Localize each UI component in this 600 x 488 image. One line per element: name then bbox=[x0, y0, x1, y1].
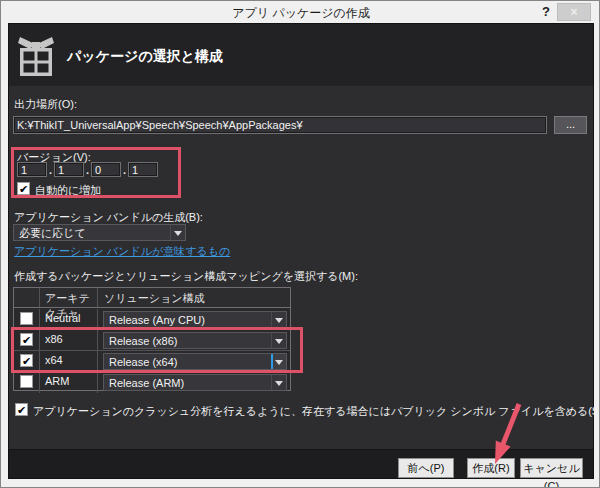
auto-increment-label: 自動的に増加 bbox=[35, 183, 101, 198]
arm-config-select[interactable]: Release (ARM) bbox=[103, 374, 287, 391]
architecture-cell: ARM bbox=[40, 372, 98, 393]
config-value: Release (ARM) bbox=[109, 377, 184, 389]
x64-config-select[interactable]: Release (x64) bbox=[103, 353, 287, 370]
version-revision-input[interactable] bbox=[128, 162, 158, 177]
create-app-packages-dialog: アプリ パッケージの作成 ? × パッケージの選択と構成 出力場所(O): ..… bbox=[0, 0, 600, 488]
arm-checkbox[interactable] bbox=[20, 375, 33, 388]
version-dot: . bbox=[123, 164, 126, 176]
version-minor-input[interactable] bbox=[54, 162, 84, 177]
table-header-row: アーキテクチャ ソリューション構成 bbox=[14, 288, 290, 308]
bundle-meaning-link[interactable]: アプリケーション バンドルが意味するもの bbox=[14, 244, 230, 259]
chevron-down-icon bbox=[271, 312, 286, 327]
bundle-generation-select[interactable]: 必要に応じて bbox=[13, 224, 186, 241]
header-architecture: アーキテクチャ bbox=[40, 288, 98, 307]
table-row-arm: ARM Release (ARM) bbox=[14, 372, 290, 393]
window-title: アプリ パッケージの作成 bbox=[1, 5, 600, 22]
chevron-down-icon bbox=[271, 354, 286, 369]
include-symbols-label: アプリケーションのクラッシュ分析を行えるように、存在する場合にはパブリック シン… bbox=[33, 404, 600, 419]
x86-checkbox[interactable]: ✔ bbox=[20, 333, 33, 346]
header-configuration: ソリューション構成 bbox=[98, 288, 290, 307]
config-value: Release (x64) bbox=[109, 356, 177, 368]
x86-config-select[interactable]: Release (x86) bbox=[103, 332, 287, 349]
gift-package-icon bbox=[17, 35, 55, 77]
create-button[interactable]: 作成(R) bbox=[467, 458, 515, 478]
header-checkbox-column bbox=[14, 288, 40, 307]
bundle-generation-label: アプリケーション バンドルの生成(B): bbox=[14, 210, 203, 225]
architecture-cell: x86 bbox=[40, 330, 98, 350]
table-row-neutral: Neutral Release (Any CPU) bbox=[14, 309, 290, 330]
package-mapping-table: アーキテクチャ ソリューション構成 Neutral Release (Any C… bbox=[13, 287, 291, 391]
table-row-x86: ✔ x86 Release (x86) bbox=[14, 330, 290, 351]
cancel-button[interactable]: キャンセル(C) bbox=[520, 458, 583, 478]
previous-button[interactable]: 前へ(P) bbox=[398, 458, 454, 478]
title-bar: アプリ パッケージの作成 ? × bbox=[1, 1, 600, 23]
close-button[interactable]: × bbox=[557, 3, 591, 21]
table-row-x64: ✔ x64 Release (x64) bbox=[14, 351, 290, 372]
neutral-config-select[interactable]: Release (Any CPU) bbox=[103, 311, 287, 328]
config-value: Release (Any CPU) bbox=[109, 314, 205, 326]
mapping-select-label: 作成するパッケージとソリューション構成マッピングを選択する(M): bbox=[14, 269, 358, 284]
help-icon[interactable]: ? bbox=[539, 4, 553, 19]
architecture-cell: x64 bbox=[40, 351, 98, 371]
version-dot: . bbox=[86, 164, 89, 176]
chevron-down-icon bbox=[271, 333, 286, 348]
neutral-checkbox[interactable] bbox=[20, 312, 33, 325]
bundle-selected-value: 必要に応じて bbox=[19, 227, 86, 239]
output-location-label: 出力場所(O): bbox=[14, 97, 77, 112]
page-title: パッケージの選択と構成 bbox=[67, 48, 223, 66]
x64-checkbox[interactable]: ✔ bbox=[20, 354, 33, 367]
output-path-input[interactable] bbox=[13, 116, 547, 134]
auto-increment-checkbox[interactable]: ✔ bbox=[17, 182, 30, 195]
chevron-down-icon bbox=[271, 375, 286, 390]
config-value: Release (x86) bbox=[109, 335, 177, 347]
include-symbols-checkbox[interactable]: ✔ bbox=[15, 403, 28, 416]
version-dot: . bbox=[49, 164, 52, 176]
browse-button[interactable]: ... bbox=[554, 116, 587, 134]
version-major-input[interactable] bbox=[17, 162, 47, 177]
version-build-input[interactable] bbox=[91, 162, 121, 177]
architecture-cell: Neutral bbox=[40, 309, 98, 329]
chevron-down-icon bbox=[170, 225, 185, 240]
